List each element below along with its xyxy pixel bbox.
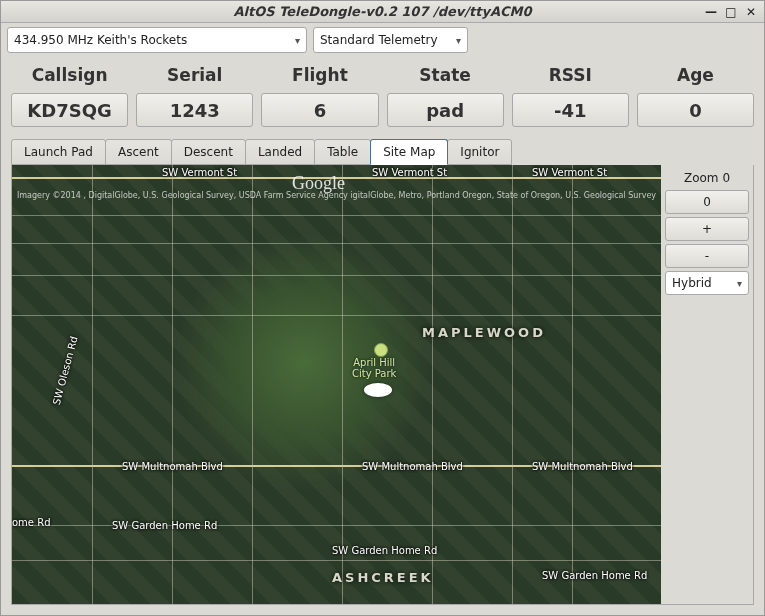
callsign-label: Callsign	[32, 61, 108, 89]
tab-site-map[interactable]: Site Map	[370, 139, 448, 165]
status-state: State pad	[387, 61, 504, 127]
tab-ignitor[interactable]: Ignitor	[447, 139, 512, 165]
toolbar: 434.950 MHz Keith's Rockets ▾ Standard T…	[1, 23, 764, 57]
road-label: SW Vermont St	[162, 167, 237, 178]
content-area: Google Imagery ©2014 , DigitalGlobe, U.S…	[11, 165, 754, 605]
road-label: ome Rd	[12, 517, 51, 528]
close-icon[interactable]: ✕	[742, 4, 760, 20]
tab-landed[interactable]: Landed	[245, 139, 315, 165]
road-label: SW Garden Home Rd	[112, 520, 217, 531]
road-label: SW Multnomah Blvd	[532, 461, 633, 472]
map-panel[interactable]: Google Imagery ©2014 , DigitalGlobe, U.S…	[12, 165, 661, 604]
road-label: SW Vermont St	[372, 167, 447, 178]
road-label: SW Garden Home Rd	[332, 545, 437, 556]
minimize-icon[interactable]: —	[702, 4, 720, 20]
road-label: SW Garden Home Rd	[542, 570, 647, 581]
telemetry-dropdown[interactable]: Standard Telemetry ▾	[313, 27, 468, 53]
tab-ascent[interactable]: Ascent	[105, 139, 172, 165]
zoom-in-button[interactable]: +	[665, 217, 749, 241]
road-label: SW Multnomah Blvd	[122, 461, 223, 472]
telemetry-value: Standard Telemetry	[320, 33, 438, 47]
serial-label: Serial	[167, 61, 222, 89]
app-window: AltOS TeleDongle-v0.2 107 /dev/ttyACM0 —…	[0, 0, 765, 616]
state-label: State	[419, 61, 471, 89]
status-callsign: Callsign KD7SQG	[11, 61, 128, 127]
rssi-label: RSSI	[549, 61, 592, 89]
age-label: Age	[677, 61, 714, 89]
position-marker	[364, 383, 392, 397]
tabs: Launch Pad Ascent Descent Landed Table S…	[1, 139, 764, 165]
serial-value: 1243	[136, 93, 253, 127]
park-icon	[374, 343, 388, 357]
status-flight: Flight 6	[261, 61, 378, 127]
zoom-reset-button[interactable]: 0	[665, 190, 749, 214]
tab-table[interactable]: Table	[314, 139, 371, 165]
frequency-dropdown[interactable]: 434.950 MHz Keith's Rockets ▾	[7, 27, 307, 53]
status-rssi: RSSI -41	[512, 61, 629, 127]
status-serial: Serial 1243	[136, 61, 253, 127]
chevron-down-icon: ▾	[287, 35, 300, 46]
map-roads	[12, 165, 661, 604]
zoom-label: Zoom 0	[665, 169, 749, 187]
zoom-out-button[interactable]: -	[665, 244, 749, 268]
window-controls: — □ ✕	[702, 4, 760, 20]
window-title: AltOS TeleDongle-v0.2 107 /dev/ttyACM0	[1, 4, 764, 19]
rssi-value: -41	[512, 93, 629, 127]
map-type-dropdown[interactable]: Hybrid ▾	[665, 271, 749, 295]
chevron-down-icon: ▾	[448, 35, 461, 46]
neighborhood-label: ASHCREEK	[332, 570, 434, 585]
road-label: SW Vermont St	[532, 167, 607, 178]
age-value: 0	[637, 93, 754, 127]
frequency-value: 434.950 MHz Keith's Rockets	[14, 33, 187, 47]
maximize-icon[interactable]: □	[722, 4, 740, 20]
flight-value: 6	[261, 93, 378, 127]
road-label: SW Multnomah Blvd	[362, 461, 463, 472]
state-value: pad	[387, 93, 504, 127]
map-attribution: Imagery ©2014 , DigitalGlobe, U.S. Geolo…	[12, 191, 661, 200]
neighborhood-label: MAPLEWOOD	[422, 325, 546, 340]
tab-descent[interactable]: Descent	[171, 139, 246, 165]
titlebar: AltOS TeleDongle-v0.2 107 /dev/ttyACM0 —…	[1, 1, 764, 23]
park-label: April Hill City Park	[352, 357, 396, 379]
status-age: Age 0	[637, 61, 754, 127]
flight-label: Flight	[292, 61, 348, 89]
status-row: Callsign KD7SQG Serial 1243 Flight 6 Sta…	[1, 57, 764, 133]
map-side-panel: Zoom 0 0 + - Hybrid ▾	[661, 165, 753, 604]
chevron-down-icon: ▾	[729, 278, 742, 289]
callsign-value: KD7SQG	[11, 93, 128, 127]
tab-launch-pad[interactable]: Launch Pad	[11, 139, 106, 165]
map-type-value: Hybrid	[672, 276, 712, 290]
